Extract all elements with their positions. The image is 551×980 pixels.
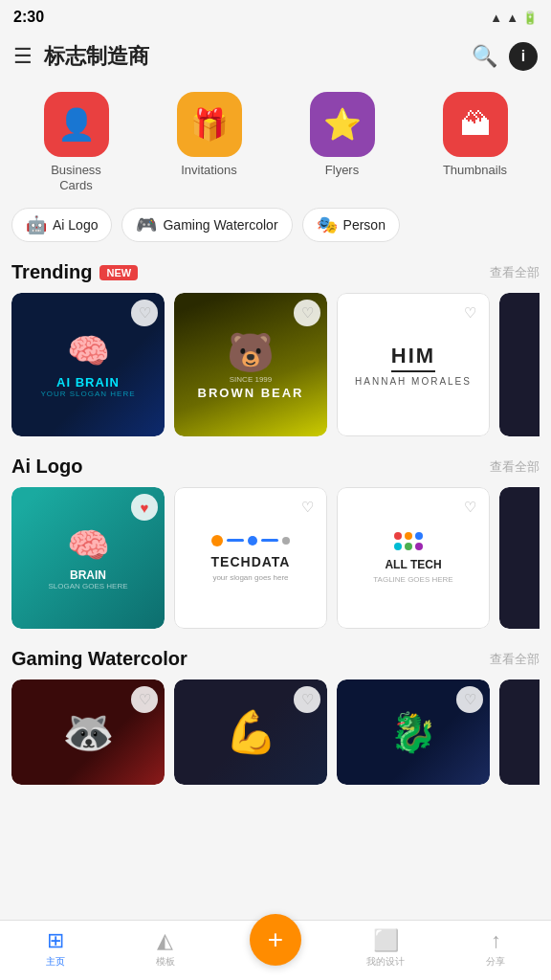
- search-icon[interactable]: 🔍: [472, 44, 497, 69]
- techdata-heart[interactable]: ♡: [294, 494, 320, 521]
- trending-header: Trending NEW 查看全部: [11, 261, 540, 283]
- ai-brain-heart[interactable]: ♡: [131, 300, 158, 326]
- brain2-title: BRAIN: [70, 568, 106, 582]
- flyers-icon: ⭐: [323, 106, 362, 143]
- trending-section: Trending NEW 查看全部 🧠 AI BRAIN YOUR SLOGAN…: [0, 252, 551, 446]
- flyers-label: Flyers: [325, 163, 359, 178]
- card-dark3[interactable]: [499, 679, 540, 785]
- chip-gaming-label: Gaming Watercolor: [163, 217, 277, 233]
- card-hm[interactable]: HIM HANNAH MORALES ♡: [337, 293, 490, 436]
- card-muscle[interactable]: 💪 ♡: [174, 679, 327, 785]
- nav-my-designs-label: 我的设计: [366, 955, 405, 969]
- category-row: 👤 BusinessCards 🎁 Invitations ⭐ Flyers 🏔…: [0, 78, 551, 198]
- gaming-watercolor-see-all[interactable]: 查看全部: [490, 651, 540, 668]
- hm-logo-text: HIM: [391, 344, 435, 372]
- techdata-title: TECHDATA: [211, 554, 291, 569]
- app-title: 标志制造商: [44, 42, 460, 71]
- techdata-sub: your slogan goes here: [212, 573, 288, 582]
- category-invitations[interactable]: 🎁 Invitations: [177, 92, 242, 192]
- wifi-icon: ▲: [490, 11, 502, 25]
- nav-add[interactable]: +: [220, 931, 330, 966]
- ai-brain-title: AI BRAIN: [56, 375, 120, 390]
- gaming-watercolor-cards-row: 🦝 ♡ 💪 ♡ 🐉 ♡: [11, 679, 540, 791]
- gaming-watercolor-section: Gaming Watercolor 查看全部 🦝 ♡ 💪 ♡ 🐉 ♡: [0, 638, 551, 794]
- status-icons: ▲ ▲ 🔋: [490, 11, 538, 25]
- alltech-dots: [394, 532, 432, 550]
- bear-icon: 🐻: [227, 330, 275, 375]
- card-dark1[interactable]: [499, 293, 540, 436]
- alltech-title: ALL TECH: [385, 558, 441, 571]
- card-dragon[interactable]: 🐉 ♡: [337, 679, 490, 785]
- chip-row: 🤖 Ai Logo 🎮 Gaming Watercolor 🎭 Person: [0, 198, 551, 252]
- fab-add-button[interactable]: +: [250, 914, 301, 966]
- nav-home-label: 主页: [46, 955, 65, 969]
- card-raccoon[interactable]: 🦝 ♡: [11, 679, 165, 785]
- bear-heart[interactable]: ♡: [294, 300, 320, 326]
- chip-gaming-watercolor[interactable]: 🎮 Gaming Watercolor: [121, 208, 292, 242]
- techdata-dots: [211, 535, 290, 546]
- ai-logo-see-all[interactable]: 查看全部: [490, 458, 540, 476]
- status-bar: 2:30 ▲ ▲ 🔋: [0, 0, 551, 34]
- business-cards-label: BusinessCards: [51, 163, 101, 192]
- flyers-icon-wrap: ⭐: [310, 92, 375, 157]
- card-dark2[interactable]: [499, 487, 540, 629]
- nav-home[interactable]: ⊞ 主页: [0, 928, 110, 969]
- dragon-heart[interactable]: ♡: [456, 686, 483, 713]
- bear-title: BROWN BEAR: [198, 386, 304, 400]
- thumbnails-icon-wrap: 🏔: [443, 92, 508, 157]
- card-brain-teal[interactable]: 🧠 BRAIN SLOGAN GOES HERE ♥: [11, 487, 165, 629]
- trending-cards-row: 🧠 AI BRAIN YOUR SLOGAN HERE ♡ 🐻 SINCE 19…: [11, 293, 540, 442]
- ai-logo-header: Ai Logo 查看全部: [11, 456, 540, 478]
- thumbnails-icon: 🏔: [460, 107, 491, 143]
- category-thumbnails[interactable]: 🏔 Thumbnails: [443, 92, 508, 192]
- battery-icon: 🔋: [522, 11, 538, 25]
- ai-brain-sub: YOUR SLOGAN HERE: [40, 390, 135, 398]
- new-badge: NEW: [99, 265, 138, 280]
- share-icon: ↑: [491, 928, 501, 953]
- bear-since: SINCE 1999: [230, 375, 272, 384]
- chip-ai-logo[interactable]: 🤖 Ai Logo: [11, 208, 112, 242]
- gaming-watercolor-header: Gaming Watercolor 查看全部: [11, 648, 540, 670]
- hm-heart[interactable]: ♡: [456, 300, 483, 326]
- info-button[interactable]: i: [509, 42, 538, 71]
- thumbnails-label: Thumbnails: [443, 163, 507, 178]
- bottom-nav: ⊞ 主页 ◭ 模板 + ⬜ 我的设计 ↑ 分享: [0, 920, 551, 980]
- my-designs-icon: ⬜: [373, 928, 399, 953]
- chip-person[interactable]: 🎭 Person: [302, 208, 400, 242]
- ai-logo-title: Ai Logo: [11, 456, 82, 478]
- nav-share[interactable]: ↑ 分享: [441, 928, 551, 969]
- ai-logo-chip-icon: 🤖: [26, 214, 47, 235]
- category-business-cards[interactable]: 👤 BusinessCards: [44, 92, 109, 192]
- hm-name: HANNAH MORALES: [355, 376, 472, 387]
- person-icon: 👤: [57, 106, 96, 143]
- invitations-label: Invitations: [181, 163, 237, 178]
- alltech-sub: TAGLINE GOES HERE: [373, 575, 452, 584]
- status-time: 2:30: [13, 9, 44, 26]
- card-ai-brain[interactable]: 🧠 AI BRAIN YOUR SLOGAN HERE ♡: [11, 293, 165, 436]
- chip-person-label: Person: [343, 217, 386, 233]
- category-flyers[interactable]: ⭐ Flyers: [310, 92, 375, 192]
- raccoon-icon: 🦝: [62, 707, 115, 757]
- brain2-sub: SLOGAN GOES HERE: [48, 582, 127, 590]
- invitations-icon-wrap: 🎁: [177, 92, 242, 157]
- home-icon: ⊞: [47, 928, 64, 953]
- gaming-chip-icon: 🎮: [136, 214, 157, 235]
- card-techdata[interactable]: TECHDATA your slogan goes here ♡: [174, 487, 327, 629]
- hamburger-icon[interactable]: ☰: [13, 44, 33, 69]
- trending-see-all[interactable]: 查看全部: [490, 264, 540, 281]
- trending-title: Trending: [11, 261, 92, 283]
- nav-templates[interactable]: ◭ 模板: [110, 928, 220, 969]
- invitations-icon: 🎁: [190, 106, 229, 143]
- ai-logo-cards-row: 🧠 BRAIN SLOGAN GOES HERE ♥ TECHDATA your…: [11, 487, 540, 635]
- card-brown-bear[interactable]: 🐻 SINCE 1999 BROWN BEAR ♡: [174, 293, 327, 436]
- brain2-heart[interactable]: ♥: [131, 494, 158, 521]
- add-icon: +: [268, 926, 283, 953]
- nav-my-designs[interactable]: ⬜ 我的设计: [331, 928, 441, 969]
- signal-icon: ▲: [506, 11, 518, 25]
- top-nav: ☰ 标志制造商 🔍 i: [0, 34, 551, 78]
- alltech-heart[interactable]: ♡: [456, 494, 483, 521]
- muscle-heart[interactable]: ♡: [294, 686, 320, 713]
- raccoon-heart[interactable]: ♡: [131, 686, 158, 713]
- muscle-icon: 💪: [225, 707, 277, 757]
- card-alltech[interactable]: ALL TECH TAGLINE GOES HERE ♡: [337, 487, 490, 629]
